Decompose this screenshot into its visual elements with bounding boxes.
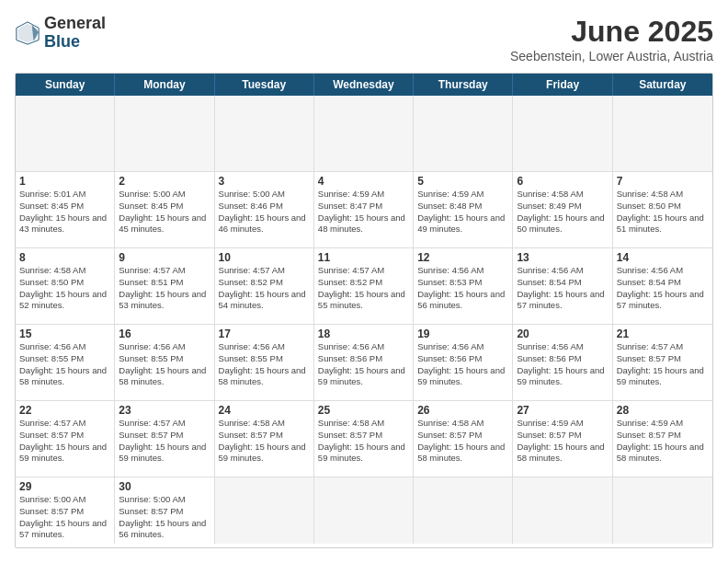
cal-cell-5-4: 25Sunrise: 4:58 AMSunset: 8:57 PMDayligh… (314, 401, 414, 477)
logo-text: General Blue (44, 15, 106, 52)
day-info: Sunrise: 4:57 AMSunset: 8:52 PMDaylight:… (219, 265, 310, 312)
cal-cell-2-4: 4Sunrise: 4:59 AMSunset: 8:47 PMDaylight… (314, 172, 414, 247)
cal-cell-5-1: 22Sunrise: 4:57 AMSunset: 8:57 PMDayligh… (16, 401, 115, 477)
day-info: Sunrise: 4:59 AMSunset: 8:47 PMDaylight:… (318, 189, 409, 236)
day-number: 20 (517, 327, 608, 340)
calendar-grid: Sunday Monday Tuesday Wednesday Thursday… (15, 73, 713, 548)
cal-cell-6-7 (613, 477, 712, 544)
cal-cell-6-6 (513, 477, 612, 544)
day-number: 13 (517, 251, 608, 264)
day-info: Sunrise: 4:58 AMSunset: 8:57 PMDaylight:… (219, 418, 310, 465)
cal-cell-6-5 (414, 477, 513, 544)
day-number: 26 (417, 404, 508, 417)
cal-cell-4-6: 20Sunrise: 4:56 AMSunset: 8:56 PMDayligh… (513, 325, 612, 400)
cal-cell-3-4: 11Sunrise: 4:57 AMSunset: 8:52 PMDayligh… (314, 248, 414, 324)
header-thursday: Thursday (414, 74, 513, 96)
cal-cell-5-6: 27Sunrise: 4:59 AMSunset: 8:57 PMDayligh… (513, 401, 612, 477)
cal-cell-6-3 (215, 477, 314, 544)
day-number: 17 (219, 327, 310, 340)
day-number: 22 (19, 404, 110, 417)
day-info: Sunrise: 4:58 AMSunset: 8:57 PMDaylight:… (318, 418, 409, 465)
day-number: 30 (119, 480, 210, 493)
header-saturday: Saturday (613, 74, 712, 96)
page-header: General Blue June 2025 Seebenstein, Lowe… (15, 15, 713, 63)
cal-cell-4-1: 15Sunrise: 4:56 AMSunset: 8:55 PMDayligh… (16, 325, 115, 400)
cal-cell-3-3: 10Sunrise: 4:57 AMSunset: 8:52 PMDayligh… (215, 248, 314, 324)
day-number: 24 (219, 404, 310, 417)
cal-cell-2-3: 3Sunrise: 5:00 AMSunset: 8:46 PMDaylight… (215, 172, 314, 247)
day-number: 11 (318, 251, 409, 264)
cal-cell-3-1: 8Sunrise: 4:58 AMSunset: 8:50 PMDaylight… (16, 248, 115, 324)
cal-cell-5-7: 28Sunrise: 4:59 AMSunset: 8:57 PMDayligh… (613, 401, 712, 477)
cal-cell-4-2: 16Sunrise: 4:56 AMSunset: 8:55 PMDayligh… (115, 325, 214, 400)
cal-cell-3-2: 9Sunrise: 4:57 AMSunset: 8:51 PMDaylight… (115, 248, 214, 324)
day-info: Sunrise: 4:56 AMSunset: 8:54 PMDaylight:… (617, 265, 709, 312)
day-number: 25 (318, 404, 409, 417)
cal-cell-2-6: 6Sunrise: 4:58 AMSunset: 8:49 PMDaylight… (513, 172, 612, 247)
calendar-page: General Blue June 2025 Seebenstein, Lowe… (0, 0, 728, 563)
day-number: 19 (417, 327, 508, 340)
day-info: Sunrise: 4:56 AMSunset: 8:54 PMDaylight:… (517, 265, 608, 312)
day-info: Sunrise: 4:58 AMSunset: 8:50 PMDaylight:… (617, 189, 709, 236)
header-wednesday: Wednesday (314, 74, 414, 96)
day-number: 6 (517, 175, 608, 188)
header-tuesday: Tuesday (215, 74, 314, 96)
calendar-week-1 (16, 96, 712, 172)
day-number: 21 (617, 327, 709, 340)
day-info: Sunrise: 4:56 AMSunset: 8:56 PMDaylight:… (517, 341, 608, 388)
day-number: 14 (617, 251, 709, 264)
day-number: 8 (19, 251, 110, 264)
day-info: Sunrise: 4:56 AMSunset: 8:56 PMDaylight:… (417, 341, 508, 388)
day-number: 4 (318, 175, 409, 188)
cal-cell-5-5: 26Sunrise: 4:58 AMSunset: 8:57 PMDayligh… (414, 401, 513, 477)
day-number: 18 (318, 327, 409, 340)
day-info: Sunrise: 4:56 AMSunset: 8:55 PMDaylight:… (219, 341, 310, 388)
cal-cell-4-3: 17Sunrise: 4:56 AMSunset: 8:55 PMDayligh… (215, 325, 314, 400)
day-number: 1 (19, 175, 110, 188)
logo-blue: Blue (44, 33, 106, 52)
day-info: Sunrise: 4:58 AMSunset: 8:50 PMDaylight:… (19, 265, 110, 312)
location-subtitle: Seebenstein, Lower Austria, Austria (510, 49, 713, 63)
day-number: 15 (19, 327, 110, 340)
day-number: 12 (417, 251, 508, 264)
day-number: 3 (219, 175, 310, 188)
header-friday: Friday (513, 74, 612, 96)
day-number: 16 (119, 327, 210, 340)
cal-cell-4-5: 19Sunrise: 4:56 AMSunset: 8:56 PMDayligh… (414, 325, 513, 400)
cal-cell-6-2: 30Sunrise: 5:00 AMSunset: 8:57 PMDayligh… (115, 477, 214, 544)
cal-cell-1-1 (16, 96, 115, 171)
cal-cell-5-2: 23Sunrise: 4:57 AMSunset: 8:57 PMDayligh… (115, 401, 214, 477)
day-info: Sunrise: 4:59 AMSunset: 8:57 PMDaylight:… (617, 418, 709, 465)
day-number: 27 (517, 404, 608, 417)
day-info: Sunrise: 4:56 AMSunset: 8:55 PMDaylight:… (19, 341, 110, 388)
day-info: Sunrise: 4:56 AMSunset: 8:55 PMDaylight:… (119, 341, 210, 388)
cal-cell-1-4 (314, 96, 414, 171)
day-info: Sunrise: 4:57 AMSunset: 8:57 PMDaylight:… (119, 418, 210, 465)
day-info: Sunrise: 5:01 AMSunset: 8:45 PMDaylight:… (19, 189, 110, 236)
cal-cell-1-7 (613, 96, 712, 171)
cal-cell-2-7: 7Sunrise: 4:58 AMSunset: 8:50 PMDaylight… (613, 172, 712, 247)
cal-cell-2-1: 1Sunrise: 5:01 AMSunset: 8:45 PMDaylight… (16, 172, 115, 247)
cal-cell-3-6: 13Sunrise: 4:56 AMSunset: 8:54 PMDayligh… (513, 248, 612, 324)
cal-cell-6-4 (314, 477, 414, 544)
day-info: Sunrise: 4:56 AMSunset: 8:53 PMDaylight:… (417, 265, 508, 312)
day-info: Sunrise: 4:57 AMSunset: 8:57 PMDaylight:… (617, 341, 709, 388)
day-info: Sunrise: 4:57 AMSunset: 8:52 PMDaylight:… (318, 265, 409, 312)
day-number: 7 (617, 175, 709, 188)
logo: General Blue (15, 15, 106, 52)
calendar-week-2: 1Sunrise: 5:01 AMSunset: 8:45 PMDaylight… (16, 172, 712, 248)
header-monday: Monday (115, 74, 214, 96)
day-number: 9 (119, 251, 210, 264)
calendar-week-6: 29Sunrise: 5:00 AMSunset: 8:57 PMDayligh… (16, 477, 712, 544)
day-info: Sunrise: 4:57 AMSunset: 8:57 PMDaylight:… (19, 418, 110, 465)
cal-cell-5-3: 24Sunrise: 4:58 AMSunset: 8:57 PMDayligh… (215, 401, 314, 477)
day-info: Sunrise: 5:00 AMSunset: 8:46 PMDaylight:… (219, 189, 310, 236)
logo-general: General (44, 15, 106, 33)
calendar-week-4: 15Sunrise: 4:56 AMSunset: 8:55 PMDayligh… (16, 325, 712, 401)
calendar-week-5: 22Sunrise: 4:57 AMSunset: 8:57 PMDayligh… (16, 401, 712, 477)
cal-cell-1-3 (215, 96, 314, 171)
cal-cell-3-7: 14Sunrise: 4:56 AMSunset: 8:54 PMDayligh… (613, 248, 712, 324)
day-info: Sunrise: 5:00 AMSunset: 8:45 PMDaylight:… (119, 189, 210, 236)
day-number: 28 (617, 404, 709, 417)
cal-cell-4-7: 21Sunrise: 4:57 AMSunset: 8:57 PMDayligh… (613, 325, 712, 400)
